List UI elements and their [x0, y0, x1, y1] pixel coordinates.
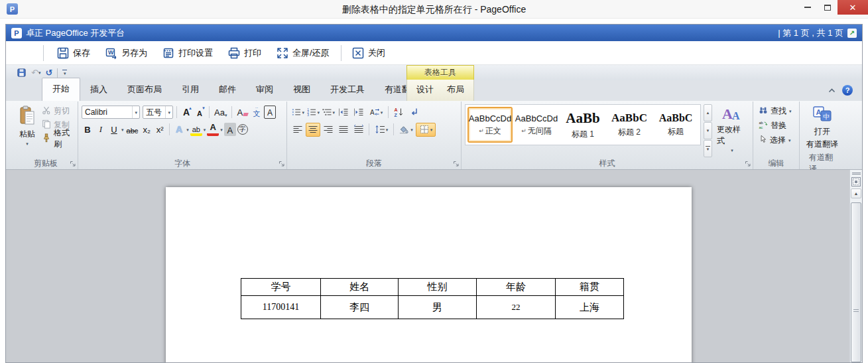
style-normal[interactable]: AaBbCcDd ↵正文: [467, 107, 513, 143]
strikethrough-button[interactable]: abc: [125, 123, 140, 136]
font-dialog-launcher-icon[interactable]: [279, 161, 285, 167]
customize-quick-access-button[interactable]: ▾: [62, 70, 67, 76]
style-title[interactable]: AaBbC 标题: [653, 107, 698, 143]
find-button[interactable]: 查找 ▾: [757, 104, 796, 117]
numbered-list-button[interactable]: 123 ▾: [306, 106, 320, 119]
align-center-button[interactable]: [306, 123, 320, 137]
asian-layout-button[interactable]: A ▾: [367, 106, 385, 119]
multilevel-list-button[interactable]: ▾: [321, 106, 336, 119]
shrink-font-button[interactable]: A▼: [194, 106, 206, 119]
styles-scroll-down-button[interactable]: ▼: [704, 122, 712, 139]
styles-dialog-launcher-icon[interactable]: [745, 161, 751, 167]
line-spacing-button[interactable]: ▾: [372, 123, 391, 137]
table-cell[interactable]: 男: [399, 296, 477, 319]
font-family-select[interactable]: Calibri ▾: [82, 106, 140, 119]
scroll-up-button[interactable]: ▲: [851, 188, 861, 198]
font-color-button[interactable]: A: [207, 123, 219, 136]
scrollbar-track[interactable]: [851, 199, 861, 362]
borders-button[interactable]: ▾: [416, 123, 436, 137]
document-page[interactable]: 学号 姓名 性别 年龄 籍贯 11700141 李四 男 22 上海: [166, 187, 692, 362]
split-handle[interactable]: [852, 172, 861, 175]
character-shading-button[interactable]: A: [224, 123, 236, 136]
maximize-button[interactable]: [818, 0, 837, 15]
tab-table-design[interactable]: 设计: [410, 79, 440, 101]
clear-formatting-button[interactable]: A: [235, 106, 249, 119]
align-right-button[interactable]: [321, 123, 336, 137]
style-heading1[interactable]: AaBb 标题 1: [560, 107, 605, 143]
clipboard-dialog-launcher-icon[interactable]: [70, 161, 76, 167]
decrease-indent-button[interactable]: [336, 106, 351, 119]
replace-button[interactable]: abac 替换: [757, 119, 796, 132]
character-border-button[interactable]: A: [264, 106, 276, 119]
italic-button[interactable]: I: [95, 123, 107, 136]
save-as-button[interactable]: W 另存为: [100, 44, 152, 62]
close-document-button[interactable]: 关闭: [347, 44, 390, 62]
text-effects-button[interactable]: A: [173, 123, 185, 136]
tab-references[interactable]: 引用: [172, 79, 209, 101]
popup-window-icon[interactable]: ↗: [847, 29, 857, 38]
paragraph-dialog-launcher-icon[interactable]: [453, 161, 460, 167]
scrollbar-thumb[interactable]: [851, 202, 861, 362]
cut-button[interactable]: 剪切: [40, 104, 74, 117]
phonetic-guide-button[interactable]: ˊˋ文: [251, 106, 263, 119]
tab-table-layout[interactable]: 布局: [441, 79, 470, 101]
tab-mailings[interactable]: 邮件: [209, 79, 246, 101]
table-cell[interactable]: 22: [477, 296, 556, 319]
redo-button[interactable]: ↺: [45, 68, 52, 78]
undo-button[interactable]: ↶▾: [31, 68, 40, 78]
table-cell[interactable]: 上海: [556, 296, 624, 319]
minimize-button[interactable]: [798, 0, 818, 15]
change-case-button[interactable]: Aa▾: [213, 106, 228, 119]
tab-review[interactable]: 审阅: [246, 79, 283, 101]
help-icon[interactable]: ?: [842, 85, 853, 96]
quick-save-button[interactable]: [17, 68, 27, 78]
highlight-color-button[interactable]: ab: [190, 123, 202, 136]
font-size-select[interactable]: 五号 ▾: [143, 106, 173, 119]
select-browse-object-icon[interactable]: [851, 177, 861, 186]
bold-button[interactable]: B: [82, 123, 93, 136]
table-header-cell[interactable]: 年龄: [477, 279, 556, 296]
bullet-list-button[interactable]: ▾: [290, 106, 305, 119]
tab-page-layout[interactable]: 页面布局: [117, 79, 172, 101]
underline-button[interactable]: U: [108, 123, 120, 136]
paste-button[interactable]: 粘贴 ▾: [17, 104, 37, 157]
justify-button[interactable]: [336, 123, 351, 137]
save-button[interactable]: 保存: [52, 44, 95, 62]
styles-gallery-more-button[interactable]: ▼: [704, 140, 712, 157]
tab-developer[interactable]: 开发工具: [320, 79, 375, 101]
sort-button[interactable]: AZ: [391, 106, 406, 119]
table-header-cell[interactable]: 姓名: [321, 279, 399, 296]
close-window-button[interactable]: ✕: [837, 0, 868, 15]
table-header-cell[interactable]: 籍贯: [556, 279, 624, 296]
tab-view[interactable]: 视图: [283, 79, 320, 101]
change-styles-button[interactable]: AA 更改样式 ▾: [715, 104, 749, 157]
table-cell[interactable]: 11700141: [241, 296, 321, 319]
tab-home[interactable]: 开始: [42, 78, 80, 101]
enclose-characters-button[interactable]: 字: [237, 124, 248, 135]
increase-indent-button[interactable]: [351, 106, 366, 119]
style-no-spacing[interactable]: AaBbCcDd ↵无间隔: [514, 107, 559, 143]
align-left-button[interactable]: [290, 123, 305, 137]
distribute-button[interactable]: [351, 123, 366, 137]
quick-access-separator: [57, 68, 58, 78]
table-cell[interactable]: 李四: [321, 296, 399, 319]
format-painter-button[interactable]: 格式刷: [40, 132, 74, 145]
underline-caret-icon[interactable]: ▾: [121, 127, 124, 132]
show-marks-button[interactable]: [406, 106, 421, 119]
table-header-cell[interactable]: 性别: [399, 279, 477, 296]
select-button[interactable]: 选择 ▾: [757, 133, 796, 147]
collapse-ribbon-icon[interactable]: [828, 88, 836, 93]
fullscreen-button[interactable]: 全屏/还原: [271, 44, 334, 62]
superscript-button[interactable]: x²: [154, 123, 166, 136]
print-button[interactable]: 打印: [223, 44, 266, 62]
shrink-caret-icon: ▼: [202, 106, 206, 110]
style-heading2[interactable]: AaBbC 标题 2: [607, 107, 652, 143]
grow-font-button[interactable]: A▲: [180, 106, 192, 119]
styles-scroll-up-button[interactable]: ▲: [704, 104, 712, 121]
table-header-cell[interactable]: 学号: [241, 279, 321, 296]
print-setup-button[interactable]: 打印设置: [157, 44, 217, 62]
subscript-button[interactable]: x₂: [141, 123, 153, 136]
shading-button[interactable]: ▾: [397, 123, 415, 137]
open-youdao-button[interactable]: A中 打开 有道翻译: [804, 104, 840, 157]
tab-insert[interactable]: 插入: [80, 79, 117, 101]
